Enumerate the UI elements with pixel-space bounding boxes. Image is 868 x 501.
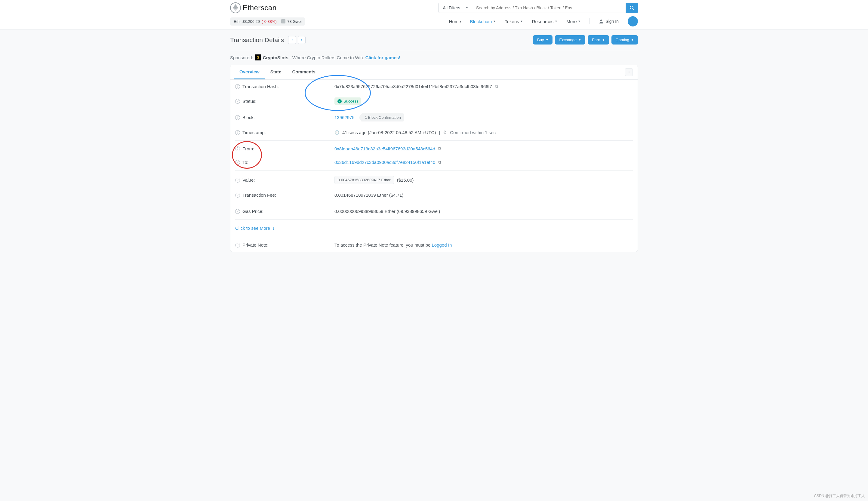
value-usd: ($15.00) [397,178,414,182]
logo-text: Etherscan [243,3,277,12]
chevron-down-icon: ▼ [578,39,581,42]
chevron-down-icon: ▼ [602,39,605,42]
nav-links: Home Blockchain ▼ Tokens ▼ Resources ▼ M… [449,16,638,26]
help-icon[interactable]: ? [235,147,240,151]
chevron-down-icon: ▼ [631,39,634,42]
tx-hash-value: 0x7fd823a957622726a705ae8d0a2278d014e411… [334,84,492,89]
eth-price: $3,206.29 [243,19,260,24]
help-icon[interactable]: ? [235,99,240,104]
next-tx-button[interactable]: › [298,36,306,44]
status-badge: ✓ Success [334,97,361,105]
login-link[interactable]: Logged In [432,242,452,247]
tab-state[interactable]: State [265,65,287,79]
chevron-down-icon: ▼ [546,39,548,42]
tabs: Overview State Comments ⋮ [231,65,637,80]
help-icon[interactable]: ? [235,178,240,182]
row-tx-hash: ?Transaction Hash: 0x7fd823a957622726a70… [231,80,637,93]
nav-home[interactable]: Home [449,19,461,24]
see-more-link[interactable]: Click to see More ↓ [231,221,637,235]
filter-dropdown[interactable]: All Filters ▼ [439,3,472,13]
row-status: ?Status: ✓ Success [231,93,637,109]
search-button[interactable] [626,3,638,13]
label-value: Value: [243,178,255,182]
sponsored-bar: Sponsored: $ CryptoSlots - Where Crypto … [230,50,638,65]
note-text: To access the Private Note feature, you … [334,242,432,247]
copy-icon[interactable]: ⧉ [495,84,498,89]
nav-resources[interactable]: Resources ▼ [532,19,558,24]
earn-button[interactable]: Earn ▼ [588,35,609,44]
chevron-down-icon: ▼ [555,20,557,23]
stopwatch-icon: ⏱ [443,130,447,135]
help-icon[interactable]: ? [235,160,240,165]
gaming-button[interactable]: Gaming ▼ [611,35,638,44]
copy-icon[interactable]: ⧉ [438,160,441,165]
page-title: Transaction Details ‹ › [230,36,306,44]
row-block: ?Block: 13962975 1 Block Confirmation [231,109,637,126]
divider [235,140,633,141]
signin-link[interactable]: Sign In [599,19,619,24]
nav-tokens[interactable]: Tokens ▼ [505,19,523,24]
help-icon[interactable]: ? [235,243,240,247]
eth-label: Eth: [234,19,240,24]
search-input[interactable] [472,3,626,13]
chevron-down-icon: ▼ [465,6,468,9]
sponsor-badge-icon: $ [255,54,261,61]
nav-more[interactable]: More ▼ [566,19,580,24]
label-note: Private Note: [243,242,269,247]
help-icon[interactable]: ? [235,209,240,214]
exchange-button[interactable]: Exchange ▼ [555,35,585,44]
row-value: ?Value: 0.004678158302639417 Ether ($15.… [231,172,637,188]
copy-icon[interactable]: ⧉ [438,146,441,151]
search-icon [630,6,634,10]
sponsor-text: - Where Crypto Rollers Come to Win. [288,55,365,60]
confirmations-badge: 1 Block Confirmation [362,113,404,121]
block-link[interactable]: 13962975 [334,115,355,120]
svg-point-1 [630,6,633,9]
clock-icon: 🕐 [334,130,339,135]
sponsor-name[interactable]: CryptoSlots [263,55,288,60]
row-private-note: ?Private Note: To access the Private Not… [231,238,637,252]
label-timestamp: Timestamp: [243,130,266,135]
label-gas: Gas Price: [243,209,264,214]
logo[interactable]: Etherscan [230,2,277,13]
buy-button[interactable]: Buy ▼ [533,35,553,44]
tab-overview[interactable]: Overview [234,65,265,79]
label-from: From: [243,146,254,151]
nav-separator [589,18,590,24]
to-address-link[interactable]: 0x36d1169dd27c3da0900ac3df7e824150f1a1ef… [334,160,435,165]
from-address-link[interactable]: 0x8fdaab46e713c32b3e54ff967693d20a548c56… [334,146,435,151]
row-from: ?From: 0x8fdaab46e713c32b3e54ff967693d20… [231,142,637,156]
tab-more-button[interactable]: ⋮ [625,68,633,76]
gwei: 78 Gwei [287,19,302,24]
prev-tx-button[interactable]: ‹ [288,36,296,44]
sponsored-label: Sponsored: [230,55,253,60]
kebab-icon: ⋮ [627,70,631,75]
divider [235,237,633,237]
price-pill: Eth: $3,206.29 (-0.88%) | 78 Gwei [230,18,305,25]
label-tx-hash: Transaction Hash: [243,84,279,89]
chevron-down-icon: ▼ [520,20,523,23]
chevron-down-icon: ▼ [493,20,496,23]
filter-label: All Filters [443,6,460,10]
value-eth: 0.004678158302639417 Ether [334,176,394,184]
help-icon[interactable]: ? [235,130,240,135]
sep: | [279,19,279,24]
help-icon[interactable]: ? [235,193,240,198]
label-status: Status: [243,99,257,104]
row-to: ?To: 0x36d1169dd27c3da0900ac3df7e824150f… [231,156,637,169]
divider [235,219,633,220]
row-timestamp: ?Timestamp: 🕐 41 secs ago (Jan-08-2022 0… [231,126,637,139]
tab-comments[interactable]: Comments [287,65,321,79]
gas-value: 0.000000069938998659 Ether (69.938998659… [334,209,440,214]
help-icon[interactable]: ? [235,115,240,120]
avatar-button[interactable] [628,16,638,26]
help-icon[interactable]: ? [235,84,240,89]
nav-blockchain[interactable]: Blockchain ▼ [470,19,496,24]
gas-icon [281,19,286,23]
label-fee: Transaction Fee: [243,192,276,198]
sponsor-link[interactable]: Click for games! [365,55,400,60]
chevron-down-icon: ▼ [578,20,580,23]
label-to: To: [243,160,248,165]
logo-icon [230,2,241,13]
row-fee: ?Transaction Fee: 0.001468718971839 Ethe… [231,188,637,202]
